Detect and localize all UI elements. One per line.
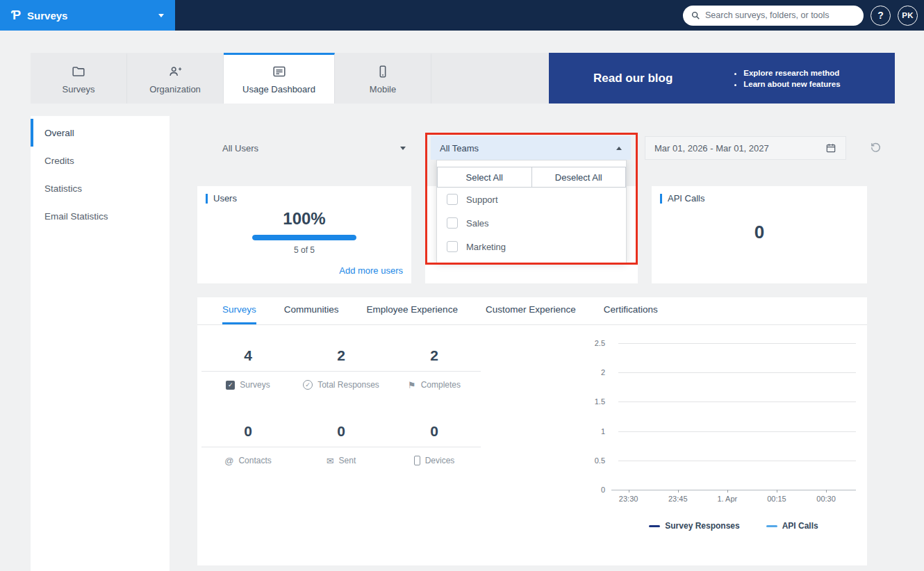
- x-tick-mark: [629, 490, 629, 493]
- teams-filter-value: All Teams: [440, 143, 479, 154]
- team-option-sales[interactable]: Sales: [437, 211, 626, 235]
- tab-mobile[interactable]: Mobile: [335, 53, 431, 104]
- gridline: [618, 431, 856, 432]
- y-tick-label: 0.5: [595, 456, 611, 465]
- metric-value: 0: [388, 423, 481, 447]
- users-progress-fill: [252, 235, 356, 240]
- legend-swatch-icon: [766, 525, 777, 527]
- tab-label: Mobile: [370, 84, 396, 94]
- chevron-up-icon: [616, 147, 622, 150]
- sidebar-item-label: Statistics: [44, 183, 82, 194]
- app-title: Surveys: [27, 10, 67, 22]
- tab-label: Organization: [149, 84, 201, 94]
- topbar: Ƥ Surveys ? PK: [0, 0, 924, 31]
- user-avatar[interactable]: PK: [898, 6, 918, 26]
- metric-value: 0: [295, 423, 388, 447]
- mobile-icon: [414, 456, 420, 465]
- users-progress-detail: 5 of 5: [206, 245, 403, 255]
- tab-label: Usage Dashboard: [242, 84, 315, 94]
- tab-surveys[interactable]: Surveys: [31, 53, 127, 104]
- stats-tabs: Surveys Communities Employee Experience …: [197, 297, 867, 325]
- envelope-icon: ✉: [327, 456, 334, 465]
- metric-label: Devices: [425, 456, 455, 465]
- chevron-down-icon: [400, 147, 406, 150]
- help-button[interactable]: ?: [871, 6, 891, 26]
- x-tick-label: 00:15: [767, 495, 786, 503]
- users-card: Users 100% 5 of 5 Add more users: [197, 186, 411, 283]
- x-tick-label: 1. Apr: [717, 495, 737, 503]
- metric-value: 2: [295, 347, 388, 372]
- brand-logo-icon: Ƥ: [11, 8, 21, 23]
- folder-icon: [71, 64, 86, 79]
- person-add-icon: [167, 64, 183, 79]
- metric-devices: 0 Devices: [388, 423, 481, 465]
- checkbox[interactable]: [447, 217, 458, 229]
- x-tick-label: 23:30: [619, 495, 638, 503]
- users-card-title: Users: [206, 194, 403, 204]
- sidebar-item-label: Email Statistics: [44, 211, 108, 222]
- legend-label: API Calls: [782, 521, 818, 531]
- product-switcher[interactable]: Ƥ Surveys: [0, 0, 175, 31]
- metric-sent: 0 ✉ Sent: [295, 423, 388, 465]
- blog-banner[interactable]: Read our blog Explore research method Le…: [549, 53, 895, 104]
- users-filter-select[interactable]: All Users: [208, 136, 420, 160]
- tabstrip-filler: [431, 53, 549, 104]
- legend-survey-responses[interactable]: Survey Responses: [649, 521, 739, 531]
- metric-label: Sent: [339, 456, 356, 465]
- sidebar-item-label: Overall: [44, 128, 74, 138]
- checkbox[interactable]: [447, 194, 458, 205]
- reset-filters-button[interactable]: [870, 141, 882, 153]
- team-option-label: Marketing: [466, 242, 506, 252]
- metric-label: Surveys: [240, 380, 270, 390]
- users-percent: 100%: [206, 209, 403, 229]
- y-tick-label: 2.5: [595, 339, 611, 347]
- stats-tab-surveys[interactable]: Surveys: [222, 304, 256, 324]
- date-range-value: Mar 01, 2026 - Mar 01, 2027: [654, 143, 769, 154]
- metric-total-responses: 2 ✓ Total Responses: [295, 347, 388, 390]
- tab-usage-dashboard[interactable]: Usage Dashboard: [224, 53, 335, 104]
- stats-tab-customer-experience[interactable]: Customer Experience: [486, 304, 576, 324]
- date-range-picker[interactable]: Mar 01, 2026 - Mar 01, 2027: [645, 136, 846, 160]
- gridline: [618, 343, 856, 344]
- tab-organization[interactable]: Organization: [127, 53, 224, 104]
- y-tick-label: 0: [601, 486, 611, 494]
- x-tick-mark: [727, 490, 728, 493]
- topbar-actions: ? PK: [683, 0, 918, 31]
- checkbox[interactable]: [447, 241, 458, 252]
- stats-tab-communities[interactable]: Communities: [284, 304, 339, 324]
- x-tick-label: 23:45: [668, 495, 688, 503]
- sidebar-item-email-statistics[interactable]: Email Statistics: [31, 202, 170, 230]
- deselect-all-button[interactable]: Deselect All: [532, 167, 627, 188]
- usage-chart: 2.5 2 1.5 1 0.5 0 23:30 23:45 1. Apr 00:…: [584, 343, 856, 531]
- add-more-users-link[interactable]: Add more users: [339, 265, 403, 276]
- flag-icon: ⚑: [408, 381, 416, 390]
- api-calls-card: API Calls 0: [652, 186, 867, 283]
- x-tick-mark: [678, 490, 679, 493]
- teams-dropdown-panel: Select All Deselect All Support Sales Ma…: [436, 160, 627, 263]
- team-option-marketing[interactable]: Marketing: [437, 235, 626, 258]
- sidebar-item-credits[interactable]: Credits: [31, 147, 170, 174]
- stats-card: Surveys Communities Employee Experience …: [197, 297, 867, 565]
- chart-legend: Survey Responses API Calls: [611, 521, 856, 531]
- stats-tab-employee-experience[interactable]: Employee Experience: [367, 304, 458, 324]
- metric-value: 2: [388, 347, 481, 372]
- global-search[interactable]: [683, 6, 864, 26]
- metric-value: 4: [201, 347, 295, 372]
- metric-surveys: 4 ✓ Surveys: [201, 347, 295, 390]
- y-tick-label: 1: [601, 427, 611, 436]
- select-all-button[interactable]: Select All: [437, 167, 532, 188]
- stats-tab-certifications[interactable]: Certifications: [604, 304, 658, 324]
- dashboard-icon: [272, 64, 287, 79]
- tab-label: Surveys: [63, 84, 95, 94]
- teams-filter-select[interactable]: All Teams: [431, 136, 631, 160]
- legend-api-calls[interactable]: API Calls: [766, 521, 818, 531]
- calendar-icon[interactable]: [825, 142, 836, 154]
- sidebar-item-overall[interactable]: Overall: [31, 119, 170, 147]
- legend-label: Survey Responses: [665, 521, 739, 531]
- main-tabstrip: Surveys Organization Usage Dashboard Mob…: [31, 53, 895, 104]
- search-input[interactable]: [705, 10, 856, 20]
- sidebar-item-statistics[interactable]: Statistics: [31, 174, 170, 202]
- search-icon: [691, 10, 700, 20]
- teams-dropdown-actions: Select All Deselect All: [437, 167, 626, 188]
- team-option-support[interactable]: Support: [437, 188, 626, 211]
